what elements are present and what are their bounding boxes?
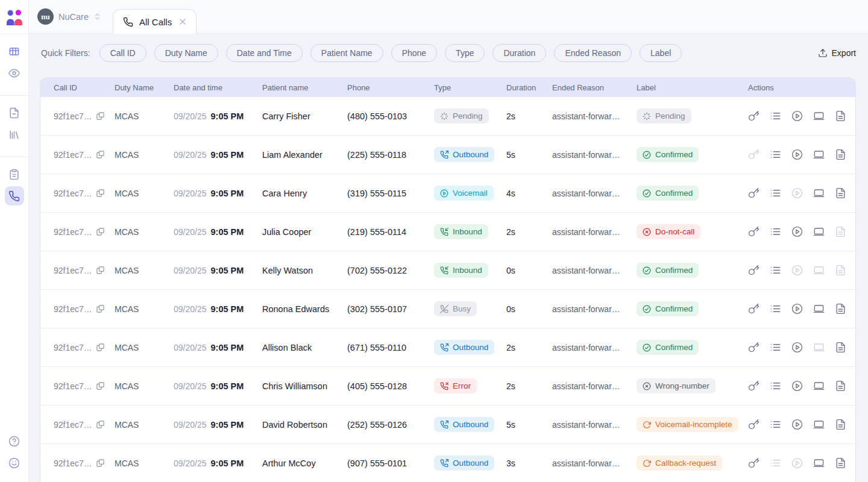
copy-icon[interactable]: [96, 381, 105, 390]
filter-chip-type[interactable]: Type: [445, 44, 485, 62]
call-details-action-button[interactable]: [770, 419, 781, 430]
call-details-action-button[interactable]: [770, 457, 781, 469]
monitor-action-button[interactable]: [813, 457, 825, 469]
label-badge-label: Do-not-call: [655, 227, 694, 236]
monitor-action-button[interactable]: [813, 342, 825, 353]
transcript-action-button[interactable]: [835, 110, 846, 122]
filter-chip-phone[interactable]: Phone: [391, 44, 437, 62]
access-key-action-button[interactable]: [748, 226, 760, 237]
transcript-action-button[interactable]: [835, 303, 846, 315]
monitor-action-button[interactable]: [813, 187, 825, 199]
monitor-action-button[interactable]: [813, 110, 825, 122]
access-key-action-button[interactable]: [748, 187, 760, 199]
call-details-action-button[interactable]: [770, 380, 781, 392]
type-badge: Outbound: [434, 147, 494, 162]
play-recording-action-button[interactable]: [791, 264, 803, 276]
document-icon: [835, 226, 846, 237]
filter-chip-duration[interactable]: Duration: [492, 44, 546, 62]
play-recording-action-button[interactable]: [791, 226, 803, 237]
type-badge-label: Inbound: [453, 227, 482, 236]
play-recording-action-button[interactable]: [791, 303, 803, 315]
type-cell: Outbound: [434, 147, 506, 162]
play-recording-action-button[interactable]: [791, 419, 803, 430]
transcript-action-button[interactable]: [835, 149, 846, 160]
access-key-action-button[interactable]: [748, 342, 760, 353]
date-value: 09/20/25: [174, 150, 207, 160]
access-key-action-button[interactable]: [748, 149, 760, 160]
company-logo[interactable]: [0, 0, 28, 34]
copy-icon[interactable]: [96, 111, 105, 120]
key-icon: [748, 110, 760, 122]
sidebar-item-calls[interactable]: [5, 186, 24, 205]
workspace-switcher[interactable]: nu NuCare: [37, 8, 101, 25]
call-details-action-button[interactable]: [770, 303, 781, 315]
play-recording-action-button[interactable]: [791, 187, 803, 199]
call-details-action-button[interactable]: [770, 187, 781, 199]
filter-chip-duty-name[interactable]: Duty Name: [154, 44, 218, 62]
sidebar-item-duties[interactable]: [5, 164, 24, 184]
time-value: 9:05 PM: [211, 227, 244, 237]
play-recording-action-button[interactable]: [791, 342, 803, 353]
filter-chip-patient-name[interactable]: Patient Name: [310, 44, 383, 62]
monitor-action-button[interactable]: [813, 419, 825, 430]
copy-icon[interactable]: [96, 189, 105, 198]
monitor-action-button[interactable]: [813, 264, 825, 276]
label-badge: Confirmed: [637, 340, 699, 355]
sidebar-item-feedback[interactable]: [5, 453, 24, 472]
monitor-action-button[interactable]: [813, 226, 825, 237]
access-key-action-button[interactable]: [748, 303, 760, 315]
access-key-action-button[interactable]: [748, 457, 760, 469]
sidebar-item-documents[interactable]: [5, 103, 24, 122]
access-key-action-button[interactable]: [748, 419, 760, 430]
transcript-action-button[interactable]: [835, 342, 846, 353]
access-key-action-button[interactable]: [748, 110, 760, 122]
sidebar-item-views[interactable]: [5, 63, 24, 83]
call-details-action-button[interactable]: [770, 149, 781, 160]
filter-chip-date-and-time[interactable]: Date and Time: [226, 44, 303, 62]
transcript-action-button[interactable]: [835, 457, 846, 469]
play-recording-action-button[interactable]: [791, 457, 803, 469]
copy-icon[interactable]: [96, 304, 105, 313]
sidebar-item-help[interactable]: [5, 431, 24, 451]
date-time-cell: 09/20/25 9:05 PM: [174, 111, 262, 121]
call-details-action-button[interactable]: [770, 264, 781, 276]
table-row: 92f1ec7… MCAS 09/20/25 9:05 PM Julia Coo…: [40, 213, 855, 251]
sidebar-item-library[interactable]: [5, 125, 24, 144]
filter-chip-call-id[interactable]: Call ID: [99, 44, 146, 62]
label-badge: Confirmed: [637, 186, 699, 201]
document-icon: [835, 264, 846, 276]
sidebar-group-support: [5, 431, 24, 482]
type-badge-icon: [440, 421, 448, 429]
access-key-action-button[interactable]: [748, 380, 760, 392]
copy-icon[interactable]: [96, 150, 105, 159]
sidebar-item-tables[interactable]: [5, 42, 24, 61]
transcript-action-button[interactable]: [835, 264, 846, 276]
label-cell: Confirmed: [637, 147, 748, 162]
call-details-action-button[interactable]: [770, 342, 781, 353]
call-details-action-button[interactable]: [770, 226, 781, 237]
play-recording-action-button[interactable]: [791, 110, 803, 122]
type-badge-label: Busy: [453, 304, 471, 313]
monitor-action-button[interactable]: [813, 380, 825, 392]
call-details-action-button[interactable]: [770, 110, 781, 122]
copy-icon[interactable]: [96, 227, 105, 236]
copy-icon[interactable]: [96, 420, 105, 429]
transcript-action-button[interactable]: [835, 380, 846, 392]
filter-chip-label[interactable]: Label: [640, 44, 682, 62]
copy-icon[interactable]: [96, 459, 105, 468]
label-badge: Confirmed: [637, 301, 699, 316]
export-button[interactable]: Export: [818, 48, 856, 58]
copy-icon[interactable]: [96, 266, 105, 275]
filter-chip-ended-reason[interactable]: Ended Reason: [554, 44, 632, 62]
tab-all-calls[interactable]: All Calls: [113, 9, 197, 34]
transcript-action-button[interactable]: [835, 226, 846, 237]
transcript-action-button[interactable]: [835, 419, 846, 430]
monitor-action-button[interactable]: [813, 303, 825, 315]
transcript-action-button[interactable]: [835, 187, 846, 199]
play-recording-action-button[interactable]: [791, 380, 803, 392]
access-key-action-button[interactable]: [748, 264, 760, 276]
play-recording-action-button[interactable]: [791, 149, 803, 160]
close-icon[interactable]: [178, 17, 187, 27]
monitor-action-button[interactable]: [813, 149, 825, 160]
copy-icon[interactable]: [96, 343, 105, 352]
